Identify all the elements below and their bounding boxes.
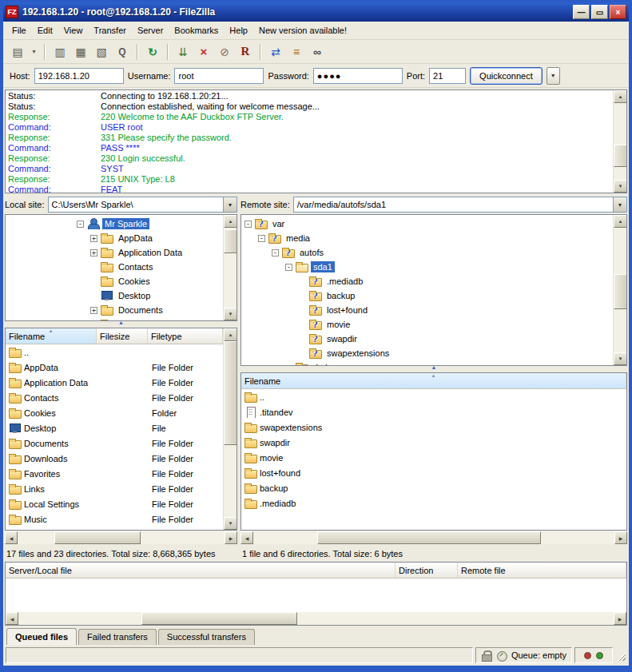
file-row[interactable]: ? Application Data File Folder [6, 375, 223, 390]
scroll-down-icon[interactable]: ▼ [224, 517, 237, 530]
file-row[interactable]: ? Documents File Folder [6, 435, 223, 451]
expander-icon[interactable]: - [244, 221, 252, 228]
scroll-up-icon[interactable]: ▲ [614, 90, 627, 103]
reconnect-icon[interactable]: R [236, 42, 255, 62]
tree-item[interactable]: + ? Downloads [6, 317, 223, 320]
speed-limits-icon[interactable] [496, 650, 507, 661]
column-header-filename[interactable]: Filename [241, 373, 626, 388]
file-row[interactable]: ? movie [241, 450, 626, 465]
menu-bookmarks[interactable]: Bookmarks [169, 22, 224, 38]
menu-view[interactable]: View [58, 22, 89, 38]
column-header-filetype[interactable]: Filetype [148, 328, 223, 344]
remote-directory-tree[interactable]: - ? var - ? media - ? autofs [241, 215, 613, 365]
scroll-up-icon[interactable]: ▲ [224, 215, 237, 228]
expander-icon[interactable]: - [272, 249, 279, 256]
file-row[interactable]: ? swapextensions [241, 420, 626, 435]
toggle-local-tree-icon[interactable]: ▦ [71, 42, 90, 62]
tree-item[interactable]: - ? var [241, 217, 613, 231]
tab-successful-transfers[interactable]: Successful transfers [158, 629, 255, 645]
file-row[interactable]: ? .mediadb [241, 495, 626, 511]
password-input[interactable] [313, 68, 403, 84]
tree-item[interactable]: - ? Mr Sparkle [6, 217, 223, 231]
site-manager-dropdown-icon[interactable]: ▼ [29, 42, 39, 62]
scroll-left-icon[interactable]: ◀ [6, 612, 18, 625]
toolbar-separator[interactable] [167, 44, 169, 60]
tree-item[interactable]: - ? sda1 [241, 260, 613, 274]
column-header-direction[interactable]: Direction [395, 563, 458, 578]
expander-icon[interactable]: + [90, 235, 97, 242]
file-row[interactable]: ? Desktop File [6, 420, 223, 435]
quickconnect-dropdown-icon[interactable]: ▼ [547, 67, 560, 85]
scroll-left-icon[interactable]: ◀ [240, 531, 253, 544]
tree-item[interactable]: - ? media [241, 231, 613, 245]
file-row[interactable]: ? Music File Folder [6, 511, 223, 527]
tree-item[interactable]: ? dvd [241, 360, 613, 365]
file-row[interactable]: ? Downloads File Folder [6, 451, 223, 466]
tab-queued-files[interactable]: Queued files [6, 628, 77, 645]
toolbar-separator[interactable] [137, 44, 138, 60]
expander-icon[interactable]: - [285, 264, 292, 271]
tab-failed-transfers[interactable]: Failed transfers [78, 629, 157, 645]
remote-file-list[interactable]: ? .. ? .titandev [241, 389, 626, 530]
scroll-up-icon[interactable]: ▲ [614, 215, 627, 228]
column-header-filename[interactable]: Filename [6, 328, 97, 344]
file-row[interactable]: ? .. [6, 344, 223, 360]
scroll-down-icon[interactable]: ▼ [614, 180, 627, 193]
column-header-remote-file[interactable]: Remote file [458, 563, 626, 578]
toolbar-separator[interactable] [260, 44, 261, 60]
file-row[interactable]: ? AppData File Folder [6, 360, 223, 375]
file-row[interactable]: ? backup [241, 480, 626, 495]
local-file-list[interactable]: ? .. ? AppData [6, 344, 223, 530]
site-manager-icon[interactable]: ▤ [8, 42, 27, 62]
refresh-icon[interactable]: ↻ [143, 42, 162, 62]
port-input[interactable] [429, 68, 466, 84]
scrollbar-thumb[interactable] [224, 229, 237, 253]
queue-body[interactable] [6, 579, 626, 612]
tree-item[interactable]: ? Desktop [6, 288, 223, 303]
menu-file[interactable]: File [6, 22, 32, 38]
scrollbar-thumb[interactable] [141, 612, 297, 625]
directory-listing-filters-icon[interactable]: ≡ [287, 42, 306, 62]
host-input[interactable] [34, 68, 124, 84]
menu-transfer[interactable]: Transfer [88, 22, 132, 38]
scroll-down-icon[interactable]: ▼ [224, 308, 237, 320]
file-row[interactable]: ? Contacts File Folder [6, 390, 223, 405]
menu-help[interactable]: Help [224, 22, 253, 38]
remote-splitter[interactable] [240, 366, 627, 372]
file-row[interactable]: ? swapdir [241, 435, 626, 450]
quickconnect-button[interactable]: Quickconnect [470, 67, 543, 85]
remote-site-combobox[interactable]: /var/media/autofs/sda1 ▼ [293, 197, 627, 213]
remote-tree-scrollbar[interactable]: ▲ ▼ [613, 215, 626, 365]
close-button[interactable]: × [610, 5, 626, 19]
log-vertical-scrollbar[interactable]: ▲ ▼ [613, 90, 626, 193]
scroll-right-icon[interactable]: ▶ [614, 612, 626, 625]
file-row[interactable]: ? Local Settings File Folder [6, 496, 223, 511]
tree-item[interactable]: ? swapdir [241, 332, 613, 346]
username-input[interactable] [174, 68, 264, 84]
file-row[interactable]: ? .. [241, 389, 626, 404]
expander-icon[interactable]: - [77, 221, 84, 228]
file-row[interactable]: ? Cookies Folder [6, 405, 223, 420]
directory-comparison-icon[interactable]: ⇄ [266, 42, 285, 62]
lock-icon[interactable] [481, 650, 491, 661]
column-header-filesize[interactable]: Filesize [97, 328, 148, 344]
minimize-button[interactable]: — [573, 5, 590, 19]
scroll-left-icon[interactable]: ◀ [5, 531, 18, 544]
toggle-queue-icon[interactable]: Q [113, 42, 132, 62]
tree-item[interactable]: + ? Documents [6, 303, 223, 317]
cancel-icon[interactable]: × [194, 42, 213, 62]
local-list-scrollbar[interactable]: ▲ ▼ [223, 328, 237, 530]
scrollbar-thumb[interactable] [224, 341, 237, 445]
scrollbar-thumb[interactable] [614, 274, 627, 309]
menu-server[interactable]: Server [132, 22, 169, 38]
remote-horizontal-scrollbar[interactable]: ◀ ▶ [240, 531, 627, 544]
tree-item[interactable]: ? lost+found [241, 303, 613, 317]
scroll-right-icon[interactable]: ▶ [225, 531, 237, 544]
dropdown-icon[interactable]: ▼ [613, 197, 626, 212]
local-splitter[interactable] [5, 321, 237, 328]
menu-new-version[interactable]: New version available! [253, 22, 352, 38]
scrollbar-thumb[interactable] [54, 531, 141, 544]
file-row[interactable]: ? Favorites File Folder [6, 466, 223, 481]
tree-item[interactable]: ? swapextensions [241, 346, 613, 360]
tree-item[interactable]: ? backup [241, 288, 613, 303]
